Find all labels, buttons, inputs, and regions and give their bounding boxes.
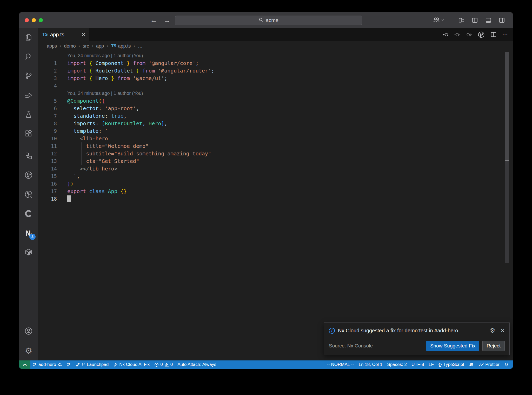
breadcrumb-item-demo[interactable]: demo — [64, 43, 76, 49]
sidebar-item-source-control-graph[interactable] — [19, 166, 38, 185]
navigate-back-icon[interactable] — [442, 31, 449, 38]
line-number: 6 — [38, 105, 67, 112]
container-icon — [24, 248, 33, 258]
command-center-search[interactable]: acme — [175, 16, 362, 25]
code-editor[interactable]: You, 24 minutes ago | 1 author (You)1imp… — [38, 51, 513, 360]
tab-close-button[interactable]: ✕ — [82, 32, 85, 37]
code-line[interactable]: 6 selector: 'app-root', — [38, 105, 513, 112]
code-line[interactable]: 15 `, — [38, 173, 513, 180]
code-line[interactable]: 3import { Hero } from '@acme/ui'; — [38, 75, 513, 82]
code-line[interactable]: 17export class App {} — [38, 188, 513, 195]
code-line[interactable]: 8 imports: [RouterOutlet, Hero], — [38, 120, 513, 127]
sidebar-item-project-graph[interactable] — [19, 147, 38, 166]
breadcrumb-separator: › — [60, 44, 61, 48]
breadcrumb-item-apps[interactable]: apps — [47, 43, 57, 49]
reject-button[interactable]: Reject — [482, 341, 505, 351]
status-launchpad[interactable]: Launchpad — [73, 360, 111, 369]
minimize-window-button[interactable] — [32, 18, 36, 22]
indent-guide — [69, 135, 69, 142]
breadcrumb-separator: › — [92, 44, 93, 48]
customize-layout-button[interactable] — [458, 17, 465, 24]
status-feedback[interactable] — [467, 360, 476, 369]
navigate-forward-icon[interactable] — [466, 31, 472, 38]
status-indentation[interactable]: Spaces: 2 — [385, 360, 409, 369]
scrollbar-slider-lower[interactable] — [505, 161, 509, 263]
code-line[interactable]: 10 <lib-hero — [38, 135, 513, 142]
indent-guide — [69, 127, 69, 135]
sidebar-item-gitlens-inspect[interactable] — [19, 185, 38, 205]
sidebar-item-accounts[interactable] — [19, 322, 38, 341]
vscode-window: ← → acme — [19, 12, 513, 369]
close-window-button[interactable] — [25, 18, 29, 22]
code-line[interactable]: 1import { Component } from '@angular/cor… — [38, 60, 513, 67]
people-icon — [433, 16, 440, 24]
breadcrumb-item-app[interactable]: app — [96, 43, 104, 49]
breadcrumb-item-more[interactable]: … — [138, 43, 143, 49]
code-line[interactable]: 13 cta="Get Started" — [38, 157, 513, 165]
status-prettier[interactable]: ✓✓ Prettier — [476, 360, 502, 369]
breadcrumb-item-src[interactable]: src — [83, 43, 89, 49]
sidebar-item-search[interactable] — [19, 48, 38, 67]
more-actions-icon[interactable]: ⋯ — [502, 31, 508, 38]
current-position-icon[interactable] — [454, 31, 461, 38]
split-editor-icon[interactable] — [490, 31, 497, 38]
line-number: 2 — [38, 67, 67, 75]
status-language[interactable]: {} TypeScript — [436, 360, 467, 369]
code-line[interactable]: 2import { RouterOutlet } from '@angular/… — [38, 67, 513, 75]
sidebar-item-explorer[interactable] — [19, 28, 38, 48]
toggle-primary-sidebar-button[interactable] — [471, 17, 478, 24]
blame-annotation: You, 24 minutes ago | 1 author (You) — [38, 90, 513, 97]
info-icon: i — [329, 328, 335, 334]
notification-close-icon[interactable]: ✕ — [501, 328, 505, 334]
code-line[interactable]: 4 — [38, 82, 513, 90]
sidebar-item-settings[interactable]: ⚙ — [19, 341, 38, 360]
toggle-panel-button[interactable] — [485, 17, 492, 24]
code-line[interactable]: 18 — [38, 195, 513, 203]
breadcrumb-item-file[interactable]: TS app.ts — [111, 43, 131, 49]
scrollbar[interactable] — [505, 51, 509, 360]
status-eol[interactable]: LF — [426, 360, 436, 369]
sidebar-item-containers[interactable] — [19, 243, 38, 262]
scrollbar-slider[interactable] — [505, 52, 509, 160]
show-suggested-fix-button[interactable]: Show Suggested Fix — [426, 341, 479, 351]
file-history-icon[interactable] — [477, 31, 485, 38]
status-auto-attach[interactable]: Auto Attach: Always — [175, 360, 218, 369]
status-nx-cloud-fix[interactable]: Nx Cloud AI Fix — [111, 360, 152, 369]
indent-guide — [69, 150, 69, 157]
toggle-secondary-sidebar-button[interactable] — [498, 17, 505, 24]
indent-guide — [81, 150, 82, 157]
sidebar-item-nx-console[interactable]: N› 3 — [19, 224, 38, 243]
git-branch-small-icon — [82, 363, 85, 366]
git-branch-icon — [24, 72, 33, 81]
nav-forward-button[interactable]: → — [163, 16, 170, 24]
sidebar-item-edge-tools[interactable] — [19, 205, 38, 224]
code-line[interactable]: 16}) — [38, 180, 513, 188]
zoom-window-button[interactable] — [39, 18, 43, 22]
code-line[interactable]: 14 ></lib-hero> — [38, 165, 513, 173]
status-branch[interactable]: add-hero — [30, 360, 64, 369]
status-source-control-graph[interactable] — [64, 360, 73, 369]
sidebar-item-extensions[interactable] — [19, 124, 38, 144]
sidebar-item-testing[interactable] — [19, 105, 38, 124]
tab-app-ts[interactable]: TS app.ts ✕ — [38, 28, 89, 41]
project-graph-icon — [24, 152, 33, 161]
indent-guide — [81, 157, 82, 165]
code-line[interactable]: 7 standalone: true, — [38, 112, 513, 120]
breadcrumb-separator: › — [78, 44, 80, 48]
code-line[interactable]: 5@Component({ — [38, 97, 513, 105]
notification-settings-icon[interactable]: ⚙ — [490, 327, 496, 334]
status-problems[interactable]: 0 0 — [152, 360, 175, 369]
status-notifications[interactable] — [502, 360, 511, 369]
code-line[interactable]: 11 title="Welcmoe demo" — [38, 142, 513, 150]
sidebar-item-source-control[interactable] — [19, 67, 38, 86]
command-center-text: acme — [266, 17, 278, 23]
code-line[interactable]: 12 subtitle="Build something amazing tod… — [38, 150, 513, 157]
status-encoding[interactable]: UTF-8 — [409, 360, 426, 369]
status-vim-mode[interactable]: -- NORMAL -- — [324, 360, 356, 369]
accounts-button[interactable] — [433, 16, 444, 24]
code-line[interactable]: 9 template: ` — [38, 127, 513, 135]
status-cursor-position[interactable]: Ln 18, Col 1 — [356, 360, 385, 369]
remote-indicator[interactable]: >< — [19, 360, 30, 369]
nav-back-button[interactable]: ← — [150, 16, 157, 24]
sidebar-item-run-debug[interactable] — [19, 86, 38, 105]
